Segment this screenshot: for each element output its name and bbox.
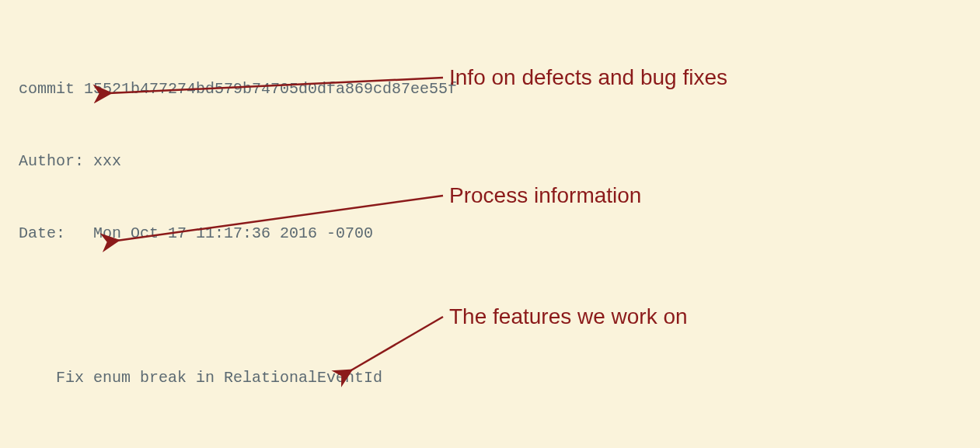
commit-date: Mon Oct 17 11:17:36 2016 -0700 — [93, 224, 373, 242]
commit-hash: 15521b477274bd579b74705d0dfa869cd87ee55f — [84, 80, 457, 98]
commit-message: Fix enum break in RelationalEventId — [56, 366, 727, 390]
annotation-process: Process information — [449, 183, 641, 208]
annotation-defects: Info on defects and bug fixes — [449, 65, 727, 90]
annotation-features: The features we work on — [449, 304, 688, 329]
author-name: xxx — [93, 152, 121, 170]
author-line: Author: xxx — [19, 149, 727, 173]
date-line: Date: Mon Oct 17 11:17:36 2016 -0700 — [19, 221, 727, 245]
